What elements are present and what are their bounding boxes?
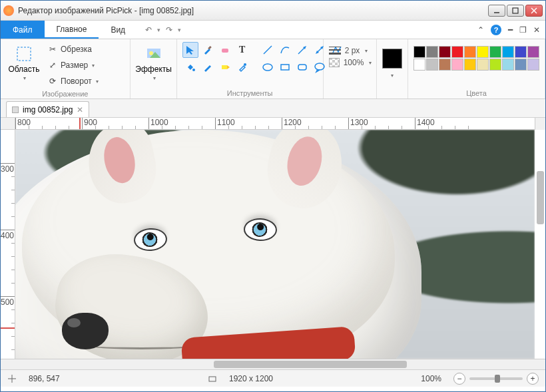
stroke-width-button[interactable]: 2 px▾ xyxy=(329,46,372,55)
svg-point-6 xyxy=(149,51,153,55)
rotate-icon: ⟳ xyxy=(47,76,58,87)
vertical-scrollbar[interactable] xyxy=(535,118,545,130)
mdi-minimize-button[interactable]: ━ xyxy=(508,25,513,35)
zoom-in-button[interactable]: + xyxy=(527,373,539,385)
title-bar: Редактор изображений PicPick - [img 0085… xyxy=(1,1,545,21)
tab-file[interactable]: Файл xyxy=(1,21,45,39)
svg-point-11 xyxy=(192,69,195,71)
group-tools-label: Инструменты xyxy=(182,88,318,98)
color-swatch[interactable] xyxy=(502,59,514,71)
svg-rect-1 xyxy=(513,8,518,13)
color-swatch[interactable] xyxy=(489,59,501,71)
group-image-label: Изображение xyxy=(6,89,125,99)
svg-marker-8 xyxy=(186,46,194,55)
ruler-vertical[interactable]: 300400500 xyxy=(1,130,15,359)
help-icon[interactable]: ? xyxy=(491,25,501,35)
horizontal-scroll-thumb[interactable] xyxy=(214,361,407,368)
svg-rect-26 xyxy=(209,377,216,381)
ellipse-shape[interactable] xyxy=(260,59,276,75)
canvas[interactable] xyxy=(15,130,535,359)
maximize-button[interactable] xyxy=(507,5,524,17)
foreground-color-swatch[interactable] xyxy=(382,49,402,69)
cursor-pos-icon xyxy=(7,374,17,383)
color-swatch[interactable] xyxy=(527,46,539,58)
svg-rect-9 xyxy=(208,46,212,50)
group-colors-label: Цвета xyxy=(413,88,539,98)
text-tool[interactable]: T xyxy=(234,42,250,58)
ribbon-tab-row: Файл Главное Вид ↶▾ ↷▾ ⌃ ? ━ ❐ ✕ xyxy=(1,21,545,39)
status-bar: 896, 547 1920 x 1200 100% − + xyxy=(1,369,545,387)
redo-dropdown[interactable]: ▾ xyxy=(178,27,181,33)
svg-line-14 xyxy=(264,46,272,54)
fill-tool[interactable] xyxy=(182,59,198,75)
color-swatch[interactable] xyxy=(464,46,476,58)
color-swatch[interactable] xyxy=(477,59,489,71)
color-swatch[interactable] xyxy=(439,46,451,58)
crop-button[interactable]: ✂Обрезка xyxy=(46,42,100,57)
zoom-slider-knob[interactable] xyxy=(495,375,500,383)
arrow-shape[interactable] xyxy=(294,42,310,58)
color-swatch[interactable] xyxy=(477,46,489,58)
svg-point-13 xyxy=(244,63,246,66)
workspace: 80090010001100120013001400 300400500 xyxy=(1,118,545,369)
tool-palette: T xyxy=(182,42,250,75)
ruler-corner xyxy=(1,118,15,130)
brush-tool[interactable] xyxy=(200,42,216,58)
color-swatch[interactable] xyxy=(451,46,463,58)
curve-shape[interactable] xyxy=(277,42,293,58)
color-swatch[interactable] xyxy=(413,46,425,58)
dimensions-icon xyxy=(208,374,217,383)
roundrect-shape[interactable] xyxy=(294,59,310,75)
zoom-slider[interactable] xyxy=(469,377,523,380)
line-shape[interactable] xyxy=(260,42,276,58)
app-icon xyxy=(3,5,14,16)
color-swatch[interactable] xyxy=(451,59,463,71)
document-tab-strip: img 00852.jpg ✕ xyxy=(1,99,545,118)
close-button[interactable] xyxy=(525,5,543,17)
effects-button[interactable]: Эффекты ▾ xyxy=(136,42,172,81)
tab-home[interactable]: Главное xyxy=(45,21,99,39)
color-swatch[interactable] xyxy=(413,59,425,71)
minimize-button[interactable] xyxy=(488,5,505,17)
document-tab-close[interactable]: ✕ xyxy=(77,105,83,114)
pencil-tool[interactable] xyxy=(200,59,216,75)
rotate-button[interactable]: ⟳Поворот▾ xyxy=(46,74,100,89)
foreground-color-dropdown[interactable]: ▾ xyxy=(391,73,394,79)
color-swatch[interactable] xyxy=(439,59,451,71)
rect-shape[interactable] xyxy=(277,59,293,75)
stroke-lines-icon xyxy=(329,46,341,55)
collapse-ribbon-icon[interactable]: ⌃ xyxy=(477,25,484,35)
color-swatch[interactable] xyxy=(515,59,527,71)
resize-button[interactable]: ⤢Размер▾ xyxy=(46,58,100,73)
select-label: Область xyxy=(8,65,39,74)
color-swatch[interactable] xyxy=(515,46,527,58)
cursor-coords: 896, 547 xyxy=(29,374,60,383)
eraser-tool[interactable] xyxy=(217,42,233,58)
undo-dropdown[interactable]: ▾ xyxy=(157,27,160,33)
color-swatch[interactable] xyxy=(527,59,539,71)
opacity-button[interactable]: 100%▾ xyxy=(329,58,372,67)
eyedropper-tool[interactable] xyxy=(234,59,250,75)
svg-point-20 xyxy=(263,64,272,71)
horizontal-scrollbar[interactable] xyxy=(1,359,545,369)
ruler-horizontal[interactable]: 80090010001100120013001400 xyxy=(15,118,535,130)
color-swatch[interactable] xyxy=(426,46,438,58)
crop-icon: ✂ xyxy=(47,44,58,55)
tab-view[interactable]: Вид xyxy=(99,21,137,39)
highlighter-tool[interactable] xyxy=(217,59,233,75)
effects-label: Эффекты xyxy=(135,65,172,74)
vertical-scroll-thumb[interactable] xyxy=(537,171,544,224)
color-swatch[interactable] xyxy=(464,59,476,71)
color-swatch[interactable] xyxy=(489,46,501,58)
select-area-button[interactable]: Область ▾ xyxy=(6,42,42,81)
color-swatch[interactable] xyxy=(502,46,514,58)
mdi-close-button[interactable]: ✕ xyxy=(533,25,540,35)
document-tab[interactable]: img 00852.jpg ✕ xyxy=(6,101,89,117)
redo-button[interactable]: ↷ xyxy=(166,25,172,35)
mdi-restore-button[interactable]: ❐ xyxy=(519,25,527,35)
doc-thumb-icon xyxy=(12,106,19,113)
zoom-out-button[interactable]: − xyxy=(453,373,465,385)
color-swatch[interactable] xyxy=(426,59,438,71)
pointer-tool[interactable] xyxy=(182,42,198,58)
undo-button[interactable]: ↶ xyxy=(145,25,152,35)
